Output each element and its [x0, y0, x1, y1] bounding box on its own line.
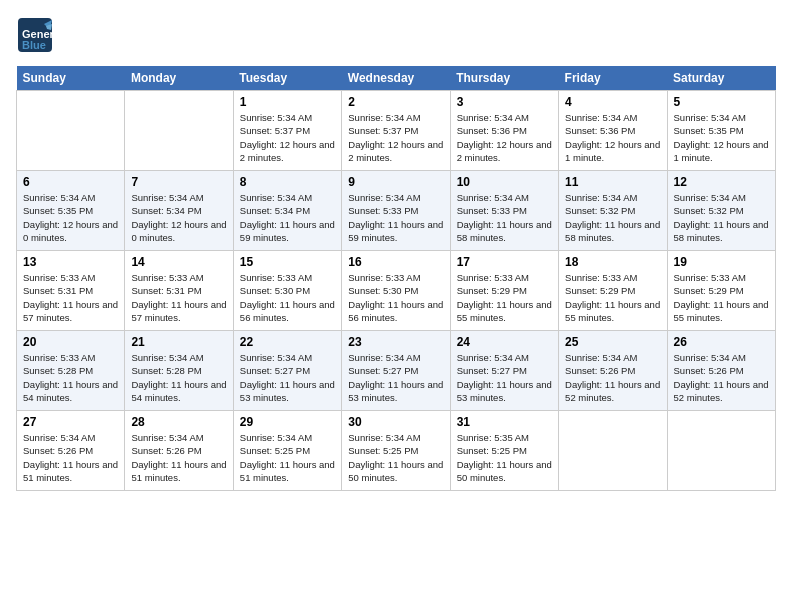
day-info: Sunrise: 5:34 AM Sunset: 5:27 PM Dayligh… — [348, 351, 443, 404]
day-number: 15 — [240, 255, 335, 269]
day-info: Sunrise: 5:34 AM Sunset: 5:26 PM Dayligh… — [674, 351, 769, 404]
svg-text:Blue: Blue — [22, 39, 46, 51]
day-number: 25 — [565, 335, 660, 349]
day-info: Sunrise: 5:34 AM Sunset: 5:36 PM Dayligh… — [565, 111, 660, 164]
day-info: Sunrise: 5:34 AM Sunset: 5:36 PM Dayligh… — [457, 111, 552, 164]
day-info: Sunrise: 5:34 AM Sunset: 5:32 PM Dayligh… — [565, 191, 660, 244]
calendar-cell: 29Sunrise: 5:34 AM Sunset: 5:25 PM Dayli… — [233, 411, 341, 491]
day-info: Sunrise: 5:34 AM Sunset: 5:34 PM Dayligh… — [240, 191, 335, 244]
day-info: Sunrise: 5:34 AM Sunset: 5:25 PM Dayligh… — [348, 431, 443, 484]
day-info: Sunrise: 5:34 AM Sunset: 5:35 PM Dayligh… — [674, 111, 769, 164]
calendar-cell: 26Sunrise: 5:34 AM Sunset: 5:26 PM Dayli… — [667, 331, 775, 411]
day-number: 16 — [348, 255, 443, 269]
calendar-cell: 2Sunrise: 5:34 AM Sunset: 5:37 PM Daylig… — [342, 91, 450, 171]
calendar-cell: 20Sunrise: 5:33 AM Sunset: 5:28 PM Dayli… — [17, 331, 125, 411]
col-header-friday: Friday — [559, 66, 667, 91]
calendar-cell: 21Sunrise: 5:34 AM Sunset: 5:28 PM Dayli… — [125, 331, 233, 411]
calendar-cell: 3Sunrise: 5:34 AM Sunset: 5:36 PM Daylig… — [450, 91, 558, 171]
day-info: Sunrise: 5:33 AM Sunset: 5:30 PM Dayligh… — [348, 271, 443, 324]
calendar-cell — [17, 91, 125, 171]
day-number: 23 — [348, 335, 443, 349]
day-number: 13 — [23, 255, 118, 269]
day-info: Sunrise: 5:33 AM Sunset: 5:31 PM Dayligh… — [131, 271, 226, 324]
day-info: Sunrise: 5:34 AM Sunset: 5:27 PM Dayligh… — [457, 351, 552, 404]
day-info: Sunrise: 5:34 AM Sunset: 5:33 PM Dayligh… — [457, 191, 552, 244]
day-number: 19 — [674, 255, 769, 269]
calendar-cell: 8Sunrise: 5:34 AM Sunset: 5:34 PM Daylig… — [233, 171, 341, 251]
logo: General Blue — [16, 16, 54, 58]
day-info: Sunrise: 5:34 AM Sunset: 5:35 PM Dayligh… — [23, 191, 118, 244]
day-info: Sunrise: 5:34 AM Sunset: 5:27 PM Dayligh… — [240, 351, 335, 404]
day-number: 22 — [240, 335, 335, 349]
calendar-cell: 22Sunrise: 5:34 AM Sunset: 5:27 PM Dayli… — [233, 331, 341, 411]
calendar-cell: 25Sunrise: 5:34 AM Sunset: 5:26 PM Dayli… — [559, 331, 667, 411]
calendar-cell: 31Sunrise: 5:35 AM Sunset: 5:25 PM Dayli… — [450, 411, 558, 491]
calendar-cell: 14Sunrise: 5:33 AM Sunset: 5:31 PM Dayli… — [125, 251, 233, 331]
day-number: 29 — [240, 415, 335, 429]
calendar-cell — [559, 411, 667, 491]
day-number: 8 — [240, 175, 335, 189]
col-header-saturday: Saturday — [667, 66, 775, 91]
col-header-tuesday: Tuesday — [233, 66, 341, 91]
day-info: Sunrise: 5:33 AM Sunset: 5:29 PM Dayligh… — [457, 271, 552, 324]
col-header-wednesday: Wednesday — [342, 66, 450, 91]
day-number: 10 — [457, 175, 552, 189]
col-header-monday: Monday — [125, 66, 233, 91]
day-info: Sunrise: 5:33 AM Sunset: 5:29 PM Dayligh… — [565, 271, 660, 324]
calendar-cell — [667, 411, 775, 491]
page-header: General Blue — [16, 16, 776, 58]
day-number: 7 — [131, 175, 226, 189]
day-info: Sunrise: 5:33 AM Sunset: 5:29 PM Dayligh… — [674, 271, 769, 324]
calendar-cell: 6Sunrise: 5:34 AM Sunset: 5:35 PM Daylig… — [17, 171, 125, 251]
col-header-sunday: Sunday — [17, 66, 125, 91]
day-info: Sunrise: 5:33 AM Sunset: 5:31 PM Dayligh… — [23, 271, 118, 324]
calendar-cell: 5Sunrise: 5:34 AM Sunset: 5:35 PM Daylig… — [667, 91, 775, 171]
day-info: Sunrise: 5:34 AM Sunset: 5:26 PM Dayligh… — [131, 431, 226, 484]
day-info: Sunrise: 5:33 AM Sunset: 5:30 PM Dayligh… — [240, 271, 335, 324]
day-number: 28 — [131, 415, 226, 429]
day-number: 5 — [674, 95, 769, 109]
day-number: 30 — [348, 415, 443, 429]
day-info: Sunrise: 5:34 AM Sunset: 5:26 PM Dayligh… — [565, 351, 660, 404]
calendar-cell: 27Sunrise: 5:34 AM Sunset: 5:26 PM Dayli… — [17, 411, 125, 491]
day-info: Sunrise: 5:34 AM Sunset: 5:26 PM Dayligh… — [23, 431, 118, 484]
calendar-cell: 23Sunrise: 5:34 AM Sunset: 5:27 PM Dayli… — [342, 331, 450, 411]
day-number: 2 — [348, 95, 443, 109]
day-info: Sunrise: 5:34 AM Sunset: 5:37 PM Dayligh… — [240, 111, 335, 164]
calendar-cell: 13Sunrise: 5:33 AM Sunset: 5:31 PM Dayli… — [17, 251, 125, 331]
day-info: Sunrise: 5:34 AM Sunset: 5:32 PM Dayligh… — [674, 191, 769, 244]
calendar-cell: 28Sunrise: 5:34 AM Sunset: 5:26 PM Dayli… — [125, 411, 233, 491]
day-number: 4 — [565, 95, 660, 109]
calendar-cell: 17Sunrise: 5:33 AM Sunset: 5:29 PM Dayli… — [450, 251, 558, 331]
day-info: Sunrise: 5:34 AM Sunset: 5:37 PM Dayligh… — [348, 111, 443, 164]
day-number: 9 — [348, 175, 443, 189]
calendar-cell: 16Sunrise: 5:33 AM Sunset: 5:30 PM Dayli… — [342, 251, 450, 331]
day-number: 31 — [457, 415, 552, 429]
day-info: Sunrise: 5:34 AM Sunset: 5:34 PM Dayligh… — [131, 191, 226, 244]
calendar-cell: 10Sunrise: 5:34 AM Sunset: 5:33 PM Dayli… — [450, 171, 558, 251]
day-number: 21 — [131, 335, 226, 349]
calendar-cell: 19Sunrise: 5:33 AM Sunset: 5:29 PM Dayli… — [667, 251, 775, 331]
calendar-cell: 11Sunrise: 5:34 AM Sunset: 5:32 PM Dayli… — [559, 171, 667, 251]
day-info: Sunrise: 5:33 AM Sunset: 5:28 PM Dayligh… — [23, 351, 118, 404]
calendar-table: SundayMondayTuesdayWednesdayThursdayFrid… — [16, 66, 776, 491]
calendar-cell: 18Sunrise: 5:33 AM Sunset: 5:29 PM Dayli… — [559, 251, 667, 331]
day-number: 6 — [23, 175, 118, 189]
logo-icon: General Blue — [16, 16, 54, 58]
calendar-cell: 24Sunrise: 5:34 AM Sunset: 5:27 PM Dayli… — [450, 331, 558, 411]
calendar-cell — [125, 91, 233, 171]
calendar-cell: 9Sunrise: 5:34 AM Sunset: 5:33 PM Daylig… — [342, 171, 450, 251]
day-number: 14 — [131, 255, 226, 269]
col-header-thursday: Thursday — [450, 66, 558, 91]
calendar-cell: 12Sunrise: 5:34 AM Sunset: 5:32 PM Dayli… — [667, 171, 775, 251]
day-info: Sunrise: 5:34 AM Sunset: 5:28 PM Dayligh… — [131, 351, 226, 404]
day-number: 26 — [674, 335, 769, 349]
day-info: Sunrise: 5:34 AM Sunset: 5:25 PM Dayligh… — [240, 431, 335, 484]
calendar-cell: 30Sunrise: 5:34 AM Sunset: 5:25 PM Dayli… — [342, 411, 450, 491]
day-number: 27 — [23, 415, 118, 429]
day-number: 3 — [457, 95, 552, 109]
day-number: 18 — [565, 255, 660, 269]
calendar-cell: 4Sunrise: 5:34 AM Sunset: 5:36 PM Daylig… — [559, 91, 667, 171]
day-number: 11 — [565, 175, 660, 189]
calendar-cell: 1Sunrise: 5:34 AM Sunset: 5:37 PM Daylig… — [233, 91, 341, 171]
